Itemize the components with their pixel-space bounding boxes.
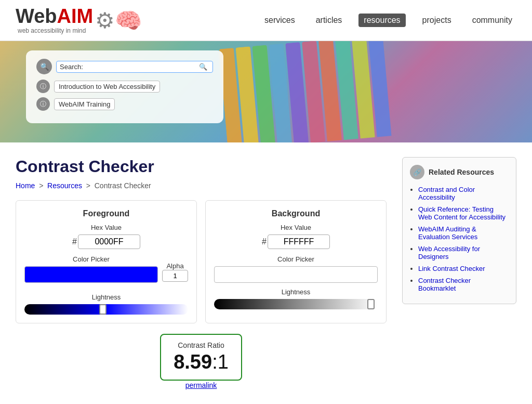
nav-articles[interactable]: articles [312,14,347,27]
bg-hex-input-row: # [214,234,378,249]
logo-tagline: web accessibility in mind [18,27,93,34]
fg-alpha-label: Alpha [162,262,188,270]
logo-aim: AIM [57,5,94,27]
bg-lightness-label: Lightness [214,288,378,296]
search-input[interactable] [85,63,199,71]
page-title: Contrast Checker [16,157,387,176]
bg-lightness-slider[interactable] [214,299,378,309]
nav-services[interactable]: services [260,14,299,27]
list-item: Contrast and Color Accessibility [418,186,509,201]
search-row: 🔍 Search: 🔍 [36,59,213,74]
hero-search-box: 🔍 Search: 🔍 ⓘ Introduction to Web Access… [26,50,223,123]
fg-hash: # [72,237,77,246]
related-link-5[interactable]: Link Contrast Checker [418,265,485,272]
related-link-2[interactable]: Quick Reference: Testing Web Content for… [418,205,506,221]
background-panel: Background Hex Value # Color Picker Ligh… [205,200,387,323]
hero-crayons [219,41,532,142]
related-link-6[interactable]: Contrast Checker Bookmarklet [418,277,471,292]
main-content: Contrast Checker Home > Resources > Cont… [0,142,532,404]
background-title: Background [214,209,378,218]
logo: WebAIM web accessibility in mind ⚙🧠 [16,6,142,34]
related-title: Related Resources [429,168,494,176]
sidebar: 🔗 Related Resources Contrast and Color A… [402,157,516,389]
contrast-ratio-suffix: :1 [212,351,229,373]
breadcrumb-home[interactable]: Home [16,181,35,190]
main-nav: services articles resources projects com… [260,14,516,27]
related-icon: 🔗 [410,165,424,179]
bg-color-swatch[interactable] [214,266,378,283]
info-icon-2: ⓘ [36,97,50,111]
breadcrumb: Home > Resources > Contrast Checker [16,181,387,190]
list-item: WebAIM Auditing & Evaluation Services [418,225,509,241]
fg-hex-label: Hex Value [24,224,188,231]
nav-projects[interactable]: projects [418,14,456,27]
related-resources-box: 🔗 Related Resources Contrast and Color A… [402,157,516,304]
contrast-section: Contrast Ratio 8.59:1 permalink [16,334,387,389]
logo-web: Web [16,5,57,27]
list-item: Link Contrast Checker [418,265,509,272]
bg-lightness-track [214,299,378,309]
suggestion-row-1: ⓘ Introduction to Web Accessibility [36,80,213,93]
breadcrumb-resources[interactable]: Resources [47,181,82,190]
fg-hex-input-row: # [24,234,188,249]
bg-color-picker-label: Color Picker [214,255,378,263]
bg-hex-label: Hex Value [214,224,378,231]
related-header: 🔗 Related Resources [410,165,509,179]
fg-color-picker-label: Color Picker [24,255,158,263]
related-link-4[interactable]: Web Accessibility for Designers [418,245,480,260]
contrast-box: Contrast Ratio 8.59:1 [160,334,242,381]
search-submit-icon[interactable]: 🔍 [199,63,207,71]
bg-hex-input[interactable] [268,234,330,249]
suggestion-1[interactable]: Introduction to Web Accessibility [54,81,160,93]
contrast-label: Contrast Ratio [174,341,229,349]
search-icon: 🔍 [36,59,52,74]
hero-banner: 🔍 Search: 🔍 ⓘ Introduction to Web Access… [0,41,532,142]
content-left: Contrast Checker Home > Resources > Cont… [16,157,387,389]
bg-slider-thumb[interactable] [367,299,375,309]
bg-hash: # [262,237,267,246]
fg-slider-thumb[interactable] [99,304,107,315]
foreground-title: Foreground [24,209,188,218]
logo-text: WebAIM [16,6,93,26]
suggestion-2[interactable]: WebAIM Training [54,98,115,110]
fg-lightness-track [24,304,188,315]
foreground-panel: Foreground Hex Value # Color Picker Alph… [16,200,197,323]
search-input-wrapper[interactable]: Search: 🔍 [56,61,213,73]
header: WebAIM web accessibility in mind ⚙🧠 serv… [0,0,532,41]
search-label: Search: [60,63,83,71]
contrast-ratio: 8.59:1 [174,351,229,373]
related-links-list: Contrast and Color Accessibility Quick R… [410,186,509,292]
fg-lightness-slider[interactable] [24,304,188,315]
list-item: Contrast Checker Bookmarklet [418,277,509,292]
fg-hex-input[interactable] [78,234,140,249]
related-link-1[interactable]: Contrast and Color Accessibility [418,186,475,201]
contrast-ratio-value: 8.59 [174,351,212,373]
list-item: Web Accessibility for Designers [418,245,509,260]
nav-resources[interactable]: resources [358,14,405,27]
list-item: Quick Reference: Testing Web Content for… [418,205,509,221]
suggestion-row-2: ⓘ WebAIM Training [36,97,213,111]
fg-lightness-label: Lightness [24,293,188,301]
info-icon-1: ⓘ [36,80,50,93]
brain-icon: ⚙🧠 [95,8,142,33]
checker-panels: Foreground Hex Value # Color Picker Alph… [16,200,387,323]
breadcrumb-current: Contrast Checker [95,181,151,190]
permalink-link[interactable]: permalink [185,381,217,389]
nav-community[interactable]: community [468,14,516,27]
fg-color-swatch[interactable] [24,266,158,283]
fg-alpha-input[interactable] [162,270,188,282]
related-link-3[interactable]: WebAIM Auditing & Evaluation Services [418,225,477,241]
